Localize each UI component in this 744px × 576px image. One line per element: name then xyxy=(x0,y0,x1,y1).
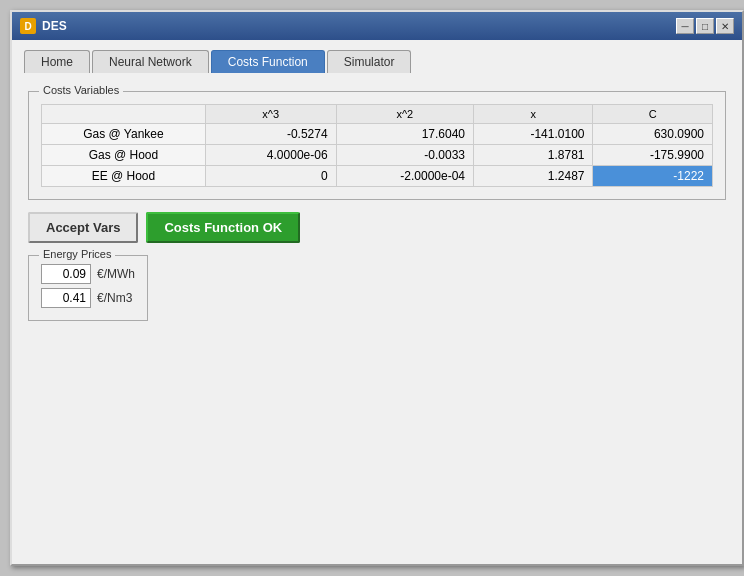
cell-gas-yankee-x: -141.0100 xyxy=(474,124,593,145)
costs-table: x^3 x^2 x C Gas @ Yankee -0.5274 17.6040… xyxy=(41,104,713,187)
tab-home[interactable]: Home xyxy=(24,50,90,73)
close-button[interactable]: ✕ xyxy=(716,18,734,34)
col-header-x2: x^2 xyxy=(336,105,473,124)
tab-bar: Home Neural Network Costs Function Simul… xyxy=(20,48,734,75)
costs-variables-label: Costs Variables xyxy=(39,84,123,96)
window-title: DES xyxy=(42,19,67,33)
restore-button[interactable]: □ xyxy=(696,18,714,34)
window-content: Home Neural Network Costs Function Simul… xyxy=(12,40,742,337)
col-header-empty xyxy=(42,105,206,124)
energy-unit-1: €/MWh xyxy=(97,267,135,281)
table-header-row: x^3 x^2 x C xyxy=(42,105,713,124)
title-controls: ─ □ ✕ xyxy=(676,18,734,34)
main-window: D DES ─ □ ✕ Home Neural Network Costs Fu… xyxy=(10,10,744,566)
accept-vars-button[interactable]: Accept Vars xyxy=(28,212,138,243)
energy-prices-group: Energy Prices €/MWh €/Nm3 xyxy=(28,255,148,321)
energy-row-1: €/MWh xyxy=(41,264,135,284)
app-icon: D xyxy=(20,18,36,34)
energy-price-1-input[interactable] xyxy=(41,264,91,284)
table-row: Gas @ Yankee -0.5274 17.6040 -141.0100 6… xyxy=(42,124,713,145)
button-group: Accept Vars Costs Function OK xyxy=(28,212,726,243)
energy-prices-label: Energy Prices xyxy=(39,248,115,260)
tab-simulator[interactable]: Simulator xyxy=(327,50,412,73)
energy-unit-2: €/Nm3 xyxy=(97,291,132,305)
row-label-gas-yankee: Gas @ Yankee xyxy=(42,124,206,145)
cell-gas-hood-x: 1.8781 xyxy=(474,145,593,166)
costs-function-ok-button[interactable]: Costs Function OK xyxy=(146,212,300,243)
table-row: Gas @ Hood 4.0000e-06 -0.0033 1.8781 -17… xyxy=(42,145,713,166)
energy-row-2: €/Nm3 xyxy=(41,288,135,308)
col-header-x3: x^3 xyxy=(205,105,336,124)
col-header-c: C xyxy=(593,105,713,124)
tab-neural-network[interactable]: Neural Network xyxy=(92,50,209,73)
cell-ee-hood-x: 1.2487 xyxy=(474,166,593,187)
table-row: EE @ Hood 0 -2.0000e-04 1.2487 -1222 xyxy=(42,166,713,187)
cell-gas-hood-x2: -0.0033 xyxy=(336,145,473,166)
title-bar-left: D DES xyxy=(20,18,67,34)
cell-ee-hood-x3: 0 xyxy=(205,166,336,187)
costs-variables-group: Costs Variables x^3 x^2 x C Gas @ xyxy=(28,91,726,200)
col-header-x: x xyxy=(474,105,593,124)
cell-gas-hood-c: -175.9900 xyxy=(593,145,713,166)
cell-gas-yankee-x2: 17.6040 xyxy=(336,124,473,145)
row-label-gas-hood: Gas @ Hood xyxy=(42,145,206,166)
cell-gas-yankee-x3: -0.5274 xyxy=(205,124,336,145)
cell-ee-hood-x2: -2.0000e-04 xyxy=(336,166,473,187)
title-bar: D DES ─ □ ✕ xyxy=(12,12,742,40)
tab-costs-function[interactable]: Costs Function xyxy=(211,50,325,73)
main-panel: Costs Variables x^3 x^2 x C Gas @ xyxy=(20,83,734,329)
cell-gas-yankee-c: 630.0900 xyxy=(593,124,713,145)
energy-price-2-input[interactable] xyxy=(41,288,91,308)
row-label-ee-hood: EE @ Hood xyxy=(42,166,206,187)
minimize-button[interactable]: ─ xyxy=(676,18,694,34)
cell-ee-hood-c[interactable]: -1222 xyxy=(593,166,713,187)
cell-gas-hood-x3: 4.0000e-06 xyxy=(205,145,336,166)
